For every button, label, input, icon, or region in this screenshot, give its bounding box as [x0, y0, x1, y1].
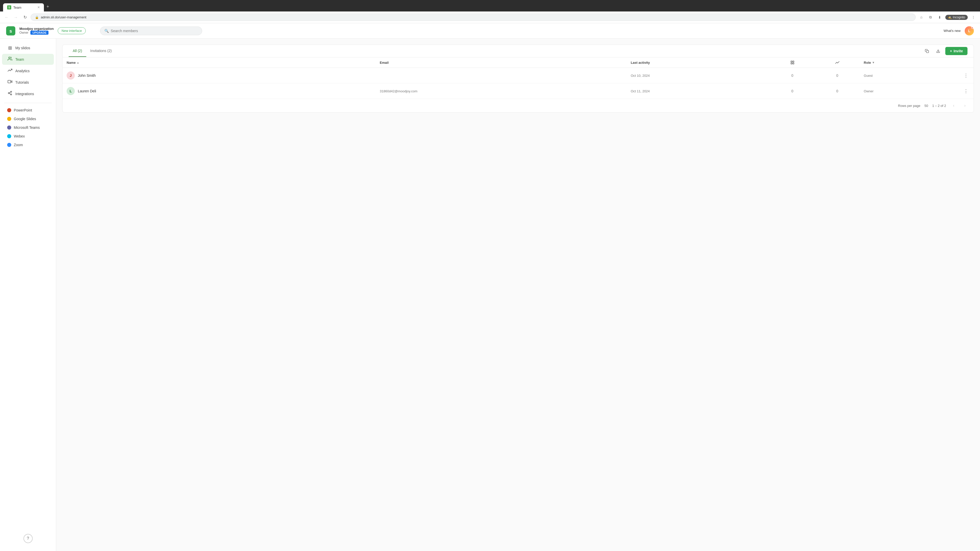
download-button[interactable]	[934, 47, 942, 55]
sort-asc-icon: ▲	[76, 61, 79, 64]
svg-rect-15	[791, 63, 792, 64]
invite-label: Invite	[953, 49, 963, 53]
search-box[interactable]: 🔍	[100, 27, 202, 35]
sidebar-item-google-slides[interactable]: Google Slides	[2, 115, 54, 123]
powerpoint-dot	[7, 108, 11, 112]
incognito-icon: 🕵	[948, 16, 952, 19]
header-right: What's new L	[943, 26, 974, 35]
svg-point-2	[9, 57, 10, 59]
name-column-label: Name	[67, 61, 76, 65]
sidebar-item-integrations[interactable]: Integrations	[2, 88, 54, 99]
pagination-range: 1 – 2 of 2	[932, 104, 946, 108]
upgrade-badge[interactable]: UPGRADE	[30, 30, 48, 35]
pagination-prev-button[interactable]: ‹	[950, 102, 957, 109]
sidebar-item-microsoft-teams[interactable]: Microsoft Teams	[2, 124, 54, 132]
john-activity: Oct 10, 2024	[631, 74, 649, 78]
incognito-badge: 🕵 Incognito	[945, 15, 968, 20]
reload-button[interactable]: ↻	[21, 14, 29, 21]
search-input[interactable]	[111, 29, 198, 33]
zoom-label: Zoom	[14, 143, 23, 147]
back-button[interactable]: ←	[3, 14, 10, 21]
slido-logo-mark: s	[6, 26, 15, 35]
tab-invitations[interactable]: Invitations (2)	[86, 45, 116, 57]
lauren-activity: Oct 11, 2024	[631, 89, 649, 93]
address-bar[interactable]: 🔒 admin.sli.do/user-management	[30, 14, 916, 21]
svg-line-8	[9, 94, 11, 94]
th-role[interactable]: Role ▼	[860, 57, 958, 68]
sidebar-item-powerpoint[interactable]: PowerPoint	[2, 106, 54, 114]
tab-all[interactable]: All (2)	[68, 45, 86, 57]
table-toolbar: + Invite	[923, 45, 967, 57]
user-avatar[interactable]: L	[965, 26, 974, 35]
invite-button[interactable]: + Invite	[945, 47, 967, 55]
header-search: 🔍	[100, 27, 202, 35]
sidebar-item-zoom[interactable]: Zoom	[2, 141, 54, 149]
sidebar-item-analytics[interactable]: Analytics	[2, 65, 54, 76]
content-card: All (2) Invitations (2)	[62, 44, 974, 113]
more-button-lauren[interactable]: ⋮	[963, 87, 969, 95]
tutorials-icon	[7, 79, 13, 85]
sidebar-item-analytics-label: Analytics	[15, 69, 30, 73]
sidebar-item-team[interactable]: Team	[2, 54, 54, 65]
rows-per-page-value: 50	[924, 104, 928, 108]
download-icon	[936, 49, 940, 53]
lauren-events-count: 0	[836, 89, 838, 93]
bookmark-button[interactable]: ☆	[918, 14, 925, 21]
menu-button[interactable]: ⋮	[970, 14, 977, 21]
member-cell-john: J John Smith	[67, 71, 372, 79]
incognito-label: Incognito	[953, 16, 965, 19]
sidebar-item-tutorials[interactable]: Tutorials	[2, 77, 54, 88]
org-name: Moodjoy organization	[19, 27, 54, 30]
sidebar: ⊞ My slidos Team	[0, 38, 56, 551]
help-button[interactable]: ?	[24, 534, 33, 543]
browser-navbar: ← → ↻ 🔒 admin.sli.do/user-management ☆ ⧉…	[0, 11, 980, 23]
search-icon: 🔍	[104, 29, 109, 33]
john-events-count: 0	[836, 73, 838, 78]
avatar-lauren: L	[67, 87, 75, 95]
download-button[interactable]: ⬇	[936, 14, 943, 21]
active-tab[interactable]: S Team ×	[3, 3, 44, 11]
rows-per-page-label: Rows per page	[898, 104, 920, 108]
browser-chrome: S Team × +	[0, 0, 980, 11]
analytics-icon	[7, 68, 13, 74]
zoom-dot	[7, 143, 11, 147]
tab-favicon: S	[7, 5, 11, 10]
invite-icon: +	[950, 49, 952, 53]
extensions-button[interactable]: ⧉	[927, 14, 934, 21]
sidebar-item-integrations-label: Integrations	[15, 92, 34, 96]
browser-tabs: S Team × +	[3, 2, 977, 11]
th-last-activity: Last activity	[627, 57, 770, 68]
new-tab-button[interactable]: +	[45, 2, 51, 11]
tab-title: Team	[13, 6, 21, 10]
table-body: J John Smith Oct 10, 2024	[62, 68, 974, 99]
role-cell-john: Guest	[860, 68, 958, 83]
th-name[interactable]: Name ▲	[62, 57, 375, 68]
role-cell-lauren: Owner	[860, 83, 958, 99]
table-row: J John Smith Oct 10, 2024	[62, 68, 974, 83]
whats-new-button[interactable]: What's new	[943, 29, 961, 33]
copy-button[interactable]	[923, 47, 931, 55]
sidebar-item-webex[interactable]: Webex	[2, 132, 54, 140]
activity-cell-lauren: Oct 11, 2024	[627, 83, 770, 99]
owner-label: Owner	[19, 31, 28, 35]
forward-button[interactable]: →	[12, 14, 19, 21]
webex-label: Webex	[14, 134, 25, 138]
svg-rect-13	[793, 61, 794, 62]
svg-text:s: s	[10, 29, 12, 34]
nav-icons: ☆ ⧉ ⬇ 🕵 Incognito ⋮	[918, 14, 977, 21]
svg-rect-4	[8, 80, 11, 83]
microsoft-teams-dot	[7, 125, 11, 130]
role-filter-icon[interactable]: ▼	[872, 61, 875, 64]
more-button-john[interactable]: ⋮	[963, 72, 969, 79]
new-interface-button[interactable]: New interface	[58, 27, 86, 34]
copy-icon	[925, 49, 929, 53]
content-area: All (2) Invitations (2)	[56, 38, 980, 551]
tab-close-button[interactable]: ×	[38, 5, 40, 10]
pagination-next-button[interactable]: ›	[961, 102, 969, 109]
actions-cell-lauren: ⋮	[958, 83, 974, 99]
th-email: Email	[375, 57, 627, 68]
sidebar-item-tutorials-label: Tutorials	[15, 80, 29, 84]
email-cell-john	[375, 68, 627, 83]
tabs-row: All (2) Invitations (2)	[62, 45, 974, 57]
sidebar-item-my-slidos[interactable]: ⊞ My slidos	[2, 43, 54, 53]
